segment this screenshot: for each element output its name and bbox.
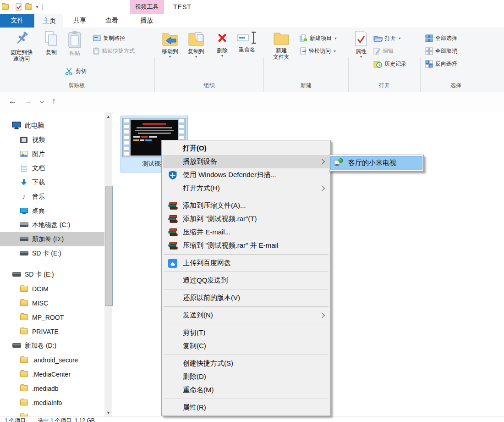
rename-icon [237, 30, 257, 45]
drive-icon [19, 222, 28, 228]
sidebar-item-documents[interactable]: 文档 [0, 161, 104, 175]
sidebar-item-mediainfo[interactable]: .mediaInfo [0, 395, 104, 410]
menu-item-add-to-archive[interactable]: 添加到压缩文件(A)... [163, 199, 329, 212]
winrar-icon [167, 228, 178, 237]
title-bar: ▼ 视频工具 TEST [0, 0, 504, 14]
menu-item-open[interactable]: 打开(O) [163, 142, 329, 155]
sidebar-item-sd-card-e[interactable]: SD 卡 (E:) [0, 246, 104, 261]
properties-icon[interactable] [16, 3, 22, 11]
ribbon: 固定到快速访问 复制 粘贴 复制路径 粘贴快捷方式 剪切 剪贴板 移动到▼ [0, 28, 504, 92]
sidebar-item-this-pc[interactable]: 此电脑 [0, 118, 104, 133]
chevron-down-icon[interactable]: ▼ [35, 5, 39, 9]
select-all-button[interactable]: 全部选择 [425, 33, 457, 43]
up-arrow-icon[interactable]: ↑ [52, 96, 56, 106]
open-button[interactable]: 打开▼ [373, 33, 401, 43]
navigation-pane: 此电脑 视频 图片 文档 下载 ♪ 音乐 桌面 本地磁盘 (C:) 新加卷 (D… [0, 112, 104, 416]
sidebar-item-desktop[interactable]: 桌面 [0, 204, 104, 218]
tab-home[interactable]: 主页 [36, 14, 63, 28]
menu-item-scan-with-defender[interactable]: 使用 Windows Defender扫描... [163, 168, 329, 182]
paste-shortcut-button[interactable]: 粘贴快捷方式 [93, 46, 135, 56]
sidebar-item-misc[interactable]: MISC [0, 296, 104, 310]
scroll-up-icon[interactable]: ▲ [104, 112, 112, 120]
paste-button[interactable]: 粘贴 [63, 30, 86, 56]
menu-item-cast-to-device[interactable]: 播放到设备 [163, 155, 329, 168]
divider [12, 4, 12, 10]
easy-access-button[interactable]: 轻松访问▼ [300, 46, 336, 56]
menu-item-restore-previous-versions[interactable]: 还原以前的版本(V) [163, 291, 329, 305]
menu-item-compress-and-email[interactable]: 压缩并 E-mail... [163, 226, 329, 239]
select-none-button[interactable]: 全部取消 [425, 46, 457, 56]
properties-button[interactable]: 属性▼ [352, 30, 370, 58]
sidebar-item-mediacenter[interactable]: .MediaCenter [0, 367, 104, 381]
forward-arrow-icon[interactable]: → [24, 96, 32, 106]
menu-item-upload-to-baidu[interactable]: 上传到百度网盘 [163, 256, 329, 270]
menu-item-properties[interactable]: 属性(R) [163, 401, 329, 414]
defender-shield-icon [167, 171, 178, 180]
properties-icon [355, 30, 367, 47]
menu-item-copy[interactable]: 复制(C) [163, 339, 329, 353]
move-to-button[interactable]: 移动到▼ [158, 30, 182, 58]
edit-button[interactable]: 编辑 [373, 46, 394, 56]
back-arrow-icon[interactable]: ← [8, 96, 16, 106]
menu-item-open-with[interactable]: 打开方式(H) [163, 182, 329, 195]
menu-item-cut[interactable]: 剪切(T) [163, 326, 329, 339]
menu-item-rename[interactable]: 重命名(M) [163, 383, 329, 397]
pictures-icon [19, 151, 28, 157]
delete-button[interactable]: × 删除▼ [212, 30, 233, 57]
sidebar-item-local-disk-c[interactable]: 本地磁盘 (C:) [0, 218, 104, 232]
sidebar-item-downloads[interactable]: 下载 [0, 175, 104, 189]
menu-item-send-to[interactable]: 发送到(N) [163, 309, 329, 322]
sidebar-item-mediadb[interactable]: .mediadb [0, 381, 104, 395]
sidebar-item-new-volume-d[interactable]: 新加卷 (D:) [0, 232, 104, 246]
menu-item-add-to-named-rar[interactable]: 添加到 "测试视频.rar"(T) [163, 212, 329, 226]
tab-view[interactable]: 查看 [97, 14, 126, 28]
cut-button[interactable]: 剪切 [65, 66, 87, 76]
dropdown-caret: ▼ [398, 37, 401, 40]
sidebar-item-new-volume-d-root[interactable]: 新加卷 (D:) [0, 339, 104, 353]
sidebar-item-android-secure[interactable]: .android_secure [0, 353, 104, 367]
tab-share[interactable]: 共享 [65, 14, 94, 28]
sidebar-item-pictures[interactable]: 图片 [0, 147, 104, 161]
tab-file[interactable]: 文件 [0, 14, 34, 28]
folder-icon[interactable] [2, 4, 9, 10]
contextual-tab-group-video-tools: 视频工具 [130, 0, 164, 14]
menu-item-compress-to-rar-and-email[interactable]: 压缩到 "测试视频.rar" 并 E-mail [163, 239, 329, 252]
tab-play[interactable]: 播放 [130, 14, 163, 28]
copy-to-button[interactable]: 复制到▼ [184, 30, 208, 58]
group-label-organize: 组织 [156, 82, 263, 89]
recent-locations-chevron-icon[interactable] [40, 99, 44, 104]
sidebar-scrollbar[interactable]: ▲ ▼ [104, 112, 112, 416]
invert-selection-button[interactable]: 反向选择 [425, 59, 457, 69]
new-folder-button[interactable]: 新建文件夹 [268, 30, 294, 60]
sidebar-item-sd-card-e-root[interactable]: SD 卡 (E:) [0, 267, 104, 282]
sidebar-item-dcim[interactable]: DCIM [0, 282, 104, 296]
menu-item-create-shortcut[interactable]: 创建快捷方式(S) [163, 357, 329, 370]
menu-separator [164, 306, 329, 307]
folder-icon [19, 328, 28, 334]
sidebar-item-music[interactable]: ♪ 音乐 [0, 189, 104, 204]
copy-button[interactable]: 复制 [41, 30, 61, 56]
rename-button[interactable]: 重命名 [234, 30, 260, 53]
scroll-down-icon[interactable]: ▼ [104, 409, 112, 416]
folder-icon [19, 314, 28, 320]
drive-icon [12, 272, 21, 277]
menu-item-delete[interactable]: 删除(D) [163, 370, 329, 383]
sidebar-item-mp-root[interactable]: MP_ROOT [0, 310, 104, 324]
history-button[interactable]: 历史记录 [373, 59, 406, 69]
dropdown-caret: ▼ [360, 56, 363, 58]
status-bar: 1 个项目 选中 1 个项目 1.12 GB [0, 416, 504, 422]
pushpin-icon [14, 30, 29, 48]
scrollbar-thumb[interactable] [105, 186, 113, 306]
folder-icon [19, 385, 28, 391]
menu-item-send-via-qq[interactable]: 通过QQ发送到 [163, 274, 329, 287]
menu-separator [164, 355, 329, 355]
sidebar-item-videos[interactable]: 视频 [0, 133, 104, 147]
submenu-item-xiaomi-tv[interactable]: 客厅的小米电视 [330, 156, 422, 170]
folder-icon[interactable] [25, 4, 32, 10]
dropdown-caret: ▼ [169, 56, 172, 58]
sidebar-item-private[interactable]: PRIVATE [0, 324, 104, 339]
copy-path-button[interactable]: 复制路径 [93, 33, 125, 43]
winrar-icon [167, 242, 178, 250]
pin-to-quick-access-button[interactable]: 固定到快速访问 [4, 30, 39, 62]
new-item-button[interactable]: 新建项目▼ [300, 33, 337, 43]
